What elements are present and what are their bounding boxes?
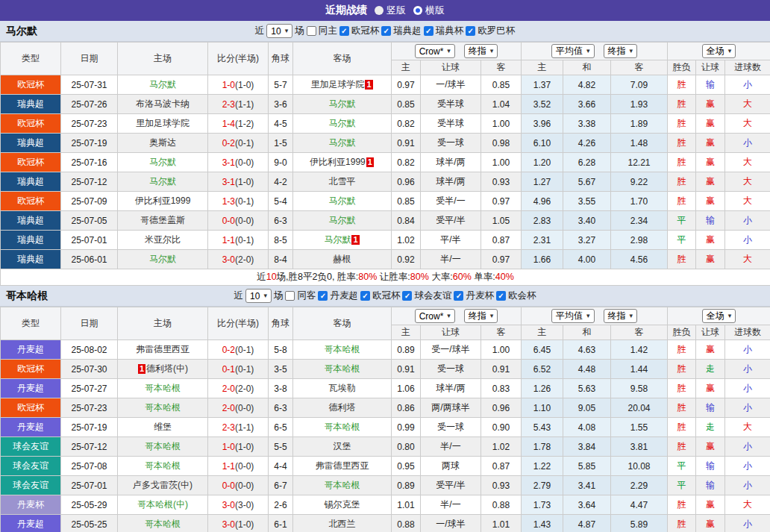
- col-header-type: 类型: [1, 43, 61, 75]
- chevron-down-icon: ▾: [447, 48, 451, 54]
- result-outcome: 胜: [668, 95, 696, 114]
- same-venue-checkbox[interactable]: 同主: [307, 25, 337, 37]
- league-badge: 欧冠杯: [1, 75, 61, 95]
- corner-count: 5-7: [269, 75, 293, 95]
- team-cell: 马尔默: [293, 114, 392, 134]
- odds-away: 0.87: [481, 457, 522, 476]
- match-count-select[interactable]: 10▾: [245, 289, 272, 303]
- team-cell: 哥本哈根: [118, 437, 208, 457]
- league-filter-checkbox[interactable]: ✓瑞典超: [381, 25, 422, 37]
- result-handicap: 输: [696, 457, 725, 476]
- scope-select-group: 全场▾: [668, 307, 770, 325]
- match-row: 欧冠杯25-07-23里加足球学院1-4(1-2)4-5马尔默0.82受半球1.…: [1, 114, 770, 134]
- same-venue-checkbox[interactable]: 同客: [285, 290, 316, 302]
- result-outcome: 胜: [668, 192, 696, 211]
- halftime-score: (1-0): [235, 177, 254, 187]
- filter-suffix-label: 场: [274, 290, 284, 302]
- team-cell: 里加足球学院1: [293, 75, 392, 95]
- avg-odds: 7.09: [611, 75, 668, 95]
- bookmaker-select[interactable]: Crow*▾: [415, 309, 455, 323]
- league-filter-checkbox[interactable]: ✓球会友谊: [402, 290, 451, 302]
- result-outcome: 胜: [668, 515, 696, 532]
- layout-radio-horizontal[interactable]: 横版: [413, 4, 445, 17]
- avg-odds: 4.82: [563, 75, 611, 95]
- result-goals: 大: [725, 95, 770, 114]
- score-cell: 1-1(0-1): [208, 231, 269, 250]
- sub-col-header: 和: [563, 60, 611, 75]
- team-cell: 米亚尔比: [118, 231, 208, 250]
- odds-stage-select-2[interactable]: 终指▾: [604, 309, 638, 323]
- team-cell: 马尔默: [118, 75, 208, 95]
- team-text: 奥斯达: [149, 137, 176, 148]
- avg-odds: 5.89: [611, 515, 668, 532]
- league-filter-checkbox[interactable]: ✓欧罗巴杯: [466, 25, 515, 37]
- league-badge: 瑞典超: [1, 231, 61, 250]
- handicap-line: 受半球: [421, 114, 481, 134]
- corner-count: 4-2: [269, 172, 293, 192]
- chevron-down-icon: ▾: [490, 48, 494, 54]
- scope-select[interactable]: 全场▾: [702, 44, 736, 58]
- corner-count: 3-6: [269, 95, 293, 114]
- result-outcome: 胜: [668, 75, 696, 95]
- odds-away: 1.02: [481, 437, 522, 457]
- corner-count: 2-6: [269, 495, 293, 515]
- avg-select-group: 平均值▾ 终指▾: [522, 307, 668, 325]
- checkbox-unchecked-icon: [285, 291, 295, 301]
- team-cell: 1德利塔(中): [118, 360, 208, 379]
- odds-home: 1.06: [392, 379, 421, 398]
- odds-stage-select-2[interactable]: 终指▾: [604, 44, 638, 58]
- odds-away: 1.00: [481, 114, 522, 134]
- bookmaker-select[interactable]: Crow*▾: [415, 44, 455, 58]
- odds-stage-select-1[interactable]: 终指▾: [464, 44, 498, 58]
- result-outcome: 胜: [668, 114, 696, 134]
- avg-odds: 3.38: [563, 114, 611, 134]
- league-filter-checkbox[interactable]: ✓瑞典杯: [424, 25, 464, 37]
- result-handicap: 赢: [696, 495, 725, 515]
- handicap-line: 受平/半: [421, 211, 481, 231]
- avg-odds: 4.87: [563, 515, 611, 532]
- match-filter: 近10▾场同主✓欧冠杯✓瑞典超✓瑞典杯✓欧罗巴杯: [255, 24, 515, 38]
- fulltime-score: 1-4: [222, 119, 235, 129]
- average-select[interactable]: 平均值▾: [551, 44, 595, 58]
- corner-count: 6-3: [269, 398, 293, 418]
- league-filter-checkbox[interactable]: ✓欧冠杯: [339, 25, 380, 37]
- chevron-down-icon: ▾: [728, 48, 732, 54]
- league-filter-checkbox[interactable]: ✓丹麦超: [318, 290, 358, 302]
- summary-text: 40%: [495, 272, 514, 282]
- team-text: 哥本哈根: [325, 363, 360, 374]
- fulltime-score: 2-0: [222, 403, 235, 413]
- odds-home: 0.96: [392, 172, 421, 192]
- match-date: 25-07-27: [61, 379, 118, 398]
- result-goals: 小: [725, 437, 770, 457]
- match-row: 瑞典超25-06-01马尔默3-0(2-0)8-4赫根0.92半/一0.971.…: [1, 250, 770, 269]
- average-select[interactable]: 平均值▾: [551, 309, 595, 323]
- team-text: 马尔默: [149, 176, 176, 187]
- avg-odds: 6.10: [522, 134, 563, 153]
- avg-odds: 4.08: [563, 418, 611, 437]
- match-count-select[interactable]: 10▾: [266, 24, 292, 38]
- halftime-score: (0-1): [235, 364, 254, 375]
- result-goals: 小: [725, 515, 770, 532]
- matches-table: 类型 日期 主场 比分(半场) 角球 客场 Crow*▾ 终指▾ 平均值: [0, 307, 770, 532]
- team-cell: 卢多戈雷茨(中): [118, 476, 208, 495]
- result-goals: 小: [725, 360, 770, 379]
- odds-stage-select-1[interactable]: 终指▾: [464, 309, 498, 323]
- team-cell: 瓦埃勒: [293, 379, 392, 398]
- league-filter-checkbox[interactable]: ✓欧会杯: [496, 290, 536, 302]
- team-cell: 伊比利亚1999: [118, 192, 208, 211]
- match-date: 25-07-12: [61, 437, 118, 457]
- league-filter-checkbox[interactable]: ✓丹麦杯: [454, 290, 494, 302]
- checkbox-checked-icon: ✓: [454, 291, 463, 301]
- scope-select[interactable]: 全场▾: [702, 309, 736, 323]
- result-handicap: 赢: [696, 250, 725, 269]
- scope-select-group: 全场▾: [668, 43, 770, 60]
- team-cell: 哥本哈根: [118, 457, 208, 476]
- sub-col-header: 让球: [696, 60, 725, 75]
- league-filter-checkbox[interactable]: ✓欧冠杯: [360, 290, 401, 302]
- team-section: 马尔默 近10▾场同主✓欧冠杯✓瑞典超✓瑞典杯✓欧罗巴杯 类型 日期 主场 比分…: [0, 21, 770, 286]
- team-cell: 汉堡: [293, 437, 392, 457]
- avg-odds: 9.05: [563, 398, 611, 418]
- layout-radio-vertical[interactable]: 竖版: [375, 4, 406, 17]
- match-filter: 近10▾场同客✓丹麦超✓欧冠杯✓球会友谊✓丹麦杯✓欧会杯: [234, 289, 536, 303]
- sub-col-header: 主: [392, 60, 421, 75]
